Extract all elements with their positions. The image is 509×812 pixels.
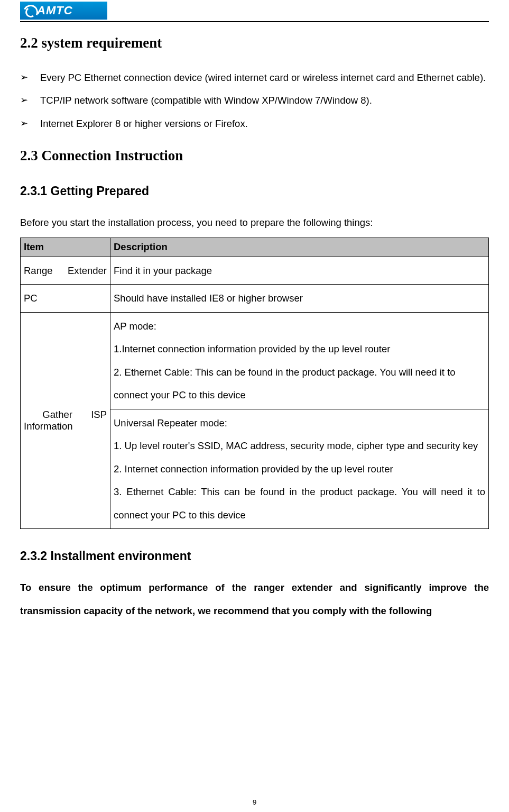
col-header-description: Description <box>110 238 489 257</box>
preparation-table: Item Description Range Extender Find it … <box>20 238 489 529</box>
list-item: TCP/IP network software (compatible with… <box>20 89 489 112</box>
swirl-icon <box>23 5 35 16</box>
page: AMTC 2.2 system requirement Every PC Eth… <box>0 2 509 812</box>
cell-item: PC <box>21 285 110 312</box>
installment-paragraph: To ensure the optimum performance of the… <box>20 576 489 622</box>
cell-description: Find it in your package <box>110 257 489 284</box>
cell-description-ap: AP mode: 1.Internet connection informati… <box>110 312 489 409</box>
brand-logo: AMTC <box>20 2 107 20</box>
page-number: 9 <box>0 798 509 806</box>
requirements-list: Every PC Ethernet connection device (wir… <box>20 66 489 135</box>
list-item: Internet Explorer 8 or higher versions o… <box>20 112 489 135</box>
cell-item: Gather ISP Information <box>21 312 110 528</box>
col-header-item: Item <box>21 238 110 257</box>
cell-description-universal-repeater: Universal Repeater mode: 1. Up level rou… <box>110 409 489 528</box>
heading-2-3-1: 2.3.1 Getting Prepared <box>20 184 489 198</box>
cell-item: Range Extender <box>21 257 110 284</box>
table-row: PC Should have installed IE8 or higher b… <box>21 285 489 312</box>
heading-2-3: 2.3 Connection Instruction <box>20 148 489 164</box>
header-divider <box>20 21 489 22</box>
brand-logo-text: AMTC <box>37 4 73 17</box>
list-item: Every PC Ethernet connection device (wir… <box>20 66 489 89</box>
table-header-row: Item Description <box>21 238 489 257</box>
cell-description: Should have installed IE8 or higher brow… <box>110 285 489 312</box>
table-row: Range Extender Find it in your package <box>21 257 489 284</box>
intro-paragraph: Before you start the installation proces… <box>20 211 489 234</box>
heading-2-3-2: 2.3.2 Installment environment <box>20 549 489 563</box>
table-row: Gather ISP Information AP mode: 1.Intern… <box>21 312 489 409</box>
heading-2-2: 2.2 system requirement <box>20 35 489 51</box>
